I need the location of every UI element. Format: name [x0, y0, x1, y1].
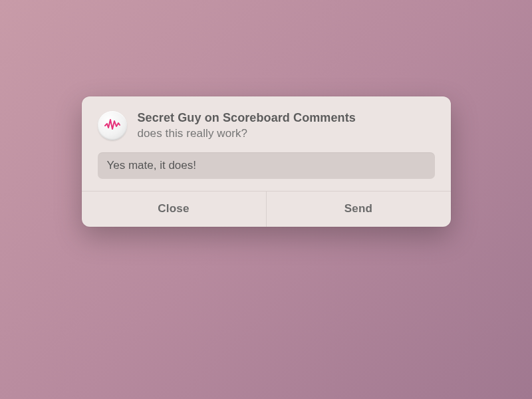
button-row: Close Send: [82, 191, 451, 227]
reply-row: [82, 150, 451, 191]
reply-input[interactable]: [98, 152, 435, 179]
send-button[interactable]: Send: [266, 192, 451, 227]
notification-title: Secret Guy on Scoreboard Comments: [138, 111, 435, 125]
notification-dialog: Secret Guy on Scoreboard Comments does t…: [82, 96, 451, 227]
app-icon: [98, 111, 127, 140]
notification-header: Secret Guy on Scoreboard Comments does t…: [82, 96, 451, 150]
waveform-icon: [104, 116, 121, 136]
notification-text: Secret Guy on Scoreboard Comments does t…: [138, 110, 435, 140]
close-button[interactable]: Close: [82, 192, 266, 227]
notification-subtitle: does this really work?: [138, 127, 435, 140]
